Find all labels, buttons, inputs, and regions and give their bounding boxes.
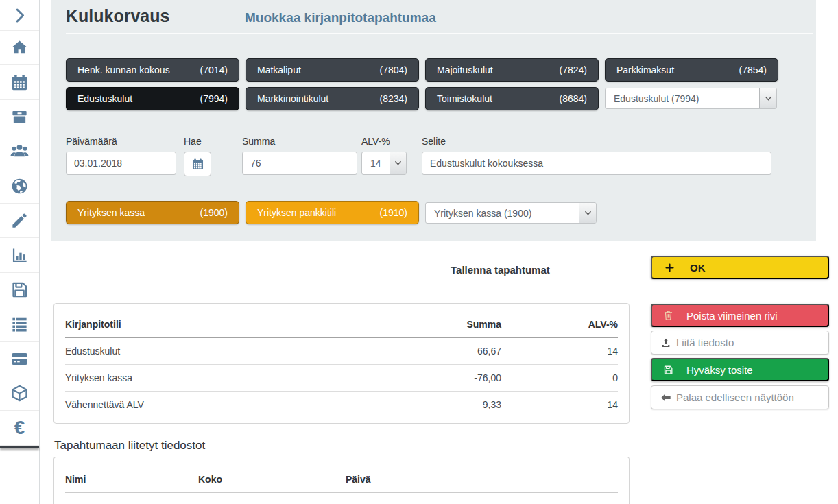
plus-icon [665,263,675,273]
ok-button[interactable]: OK [651,256,829,279]
sidebar-item-currency[interactable]: € [0,411,39,445]
account-code: (7824) [560,64,587,75]
sidebar-item-globe[interactable] [0,169,39,204]
table-row: Yrityksen kassa -76,00 0 [65,365,618,392]
page-subtitle: Muokkaa kirjanpitotapahtumaa [245,10,436,25]
account-label: Yrityksen kassa [77,207,145,218]
col-header-vat: ALV-% [501,309,618,337]
calendar-icon [10,73,29,92]
description-field-group: Selite [422,136,771,175]
sidebar-item-payment-card[interactable] [0,342,39,376]
account-label: Majoituskulut [437,64,493,75]
sidebar-item-archive[interactable] [0,100,39,134]
files-table-header-row: Nimi Koko Päivä [65,464,618,492]
sidebar-item-list[interactable] [0,307,39,341]
account-code: (7994) [200,93,228,104]
table-row: Edustuskulut 66,67 14 [65,337,618,365]
cell-account: Vähennettävä ALV [65,392,344,418]
sidebar-item-users[interactable] [0,134,39,169]
entries-table-header-row: Kirjanpitotili Summa ALV-% [65,309,618,337]
account-code: (7804) [380,64,407,75]
calendar-icon [191,158,204,171]
expense-account-row-1: Henk. kunnan kokous (7014) Matkaliput (7… [66,58,778,82]
chevron-down-icon [579,203,596,223]
payment-account-select[interactable]: Yrityksen kassa (1900) [425,202,597,224]
col-header-amount: Summa [344,309,501,337]
date-picker-label: Hae [184,136,211,147]
payment-button-yrityksen-pankkitili[interactable]: Yrityksen pankkitili (1910) [246,201,419,224]
col-header-file-size: Koko [198,464,346,492]
users-icon [10,142,29,160]
vat-field-group: ALV-% 14 [361,136,407,175]
trash-icon [663,310,673,321]
account-button-majoituskulut[interactable]: Majoituskulut (7824) [425,58,599,82]
description-label: Selite [422,136,771,147]
amount-input[interactable] [242,152,357,175]
app-window: € Kulukorvaus Muokkaa kirjanpitotapahtum… [0,0,838,504]
account-button-matkaliput[interactable]: Matkaliput (7804) [246,58,419,82]
account-code: (8684) [560,93,587,104]
date-picker-group: Hae [184,136,211,176]
entries-table-card: Kirjanpitotili Summa ALV-% Edustuskulut … [53,303,630,424]
account-button-toimistokulut[interactable]: Toimistokulut (8684) [425,87,599,110]
expense-account-select-value: Edustuskulut (7994) [606,88,759,108]
date-field-group: Päivämäärä [66,136,176,175]
vat-label: ALV-% [361,136,407,147]
back-button[interactable]: Palaa edelliseen näyttöön [651,385,829,409]
account-code: (7014) [200,64,228,75]
sidebar-item-save[interactable] [0,273,39,307]
sidebar: € [0,0,40,504]
arrow-left-icon [660,393,671,403]
account-label: Henk. kunnan kokous [77,64,170,75]
description-input[interactable] [422,152,771,175]
vat-select[interactable]: 14 [361,152,407,175]
archive-box-icon [10,108,29,126]
date-label: Päivämäärä [66,136,176,147]
globe-icon [10,177,29,195]
attach-file-button[interactable]: Liitä tiedosto [651,331,829,355]
sidebar-item-products[interactable] [0,376,39,411]
cell-amount: 66,67 [344,337,501,365]
account-button-henk-kunnan-kokous[interactable]: Henk. kunnan kokous (7014) [66,58,239,82]
approve-receipt-label: Hyväksy tosite [686,364,753,376]
attached-files-table: Nimi Koko Päivä [65,464,618,493]
sidebar-item-expand[interactable] [0,0,39,31]
cell-amount: 9,33 [344,392,501,418]
sidebar-item-home[interactable] [0,31,39,65]
expense-account-select[interactable]: Edustuskulut (7994) [605,88,777,109]
vat-select-value: 14 [362,152,390,174]
upload-icon [660,337,671,348]
col-header-account: Kirjanpitotili [65,309,344,337]
account-button-parkkimaksut[interactable]: Parkkimaksut (7854) [605,58,778,82]
account-button-markkinointikulut[interactable]: Markkinointikulut (8234) [246,87,419,110]
save-icon [10,280,29,299]
home-icon [10,38,29,57]
date-input[interactable] [66,152,176,175]
attached-files-heading: Tapahtumaan liitetyt tiedostot [54,439,205,453]
delete-last-row-button[interactable]: Poista viimeinen rivi [651,304,829,327]
account-label: Toimistokulut [437,93,492,104]
list-icon [10,315,29,333]
account-button-edustuskulut[interactable]: Edustuskulut (7994) [66,87,239,110]
account-code: (7854) [739,64,767,75]
account-label: Parkkimaksut [616,64,674,75]
sidebar-item-reports[interactable] [0,238,39,272]
account-code: (1910) [380,207,407,218]
account-label: Matkaliput [257,64,301,75]
table-row: Vähennettävä ALV 9,33 14 [65,392,618,418]
approve-receipt-button[interactable]: Hyväksy tosite [651,358,829,381]
cell-vat: 14 [501,337,618,365]
save-icon [663,365,673,375]
delete-last-row-label: Poista viimeinen rivi [686,310,778,322]
date-picker-button[interactable] [184,152,211,176]
chevron-right-icon [10,6,29,25]
save-events-heading: Tallenna tapahtumat [451,264,550,276]
amount-label: Summa [242,136,357,147]
cell-account: Yrityksen kassa [65,365,344,392]
sidebar-item-calendar[interactable] [0,65,39,99]
payment-account-row: Yrityksen kassa (1900) Yrityksen pankkit… [66,201,597,224]
cell-vat: 0 [501,365,618,392]
attached-files-card: Nimi Koko Päivä [53,457,630,504]
payment-button-yrityksen-kassa[interactable]: Yrityksen kassa (1900) [66,201,239,224]
sidebar-item-edit[interactable] [0,204,39,238]
